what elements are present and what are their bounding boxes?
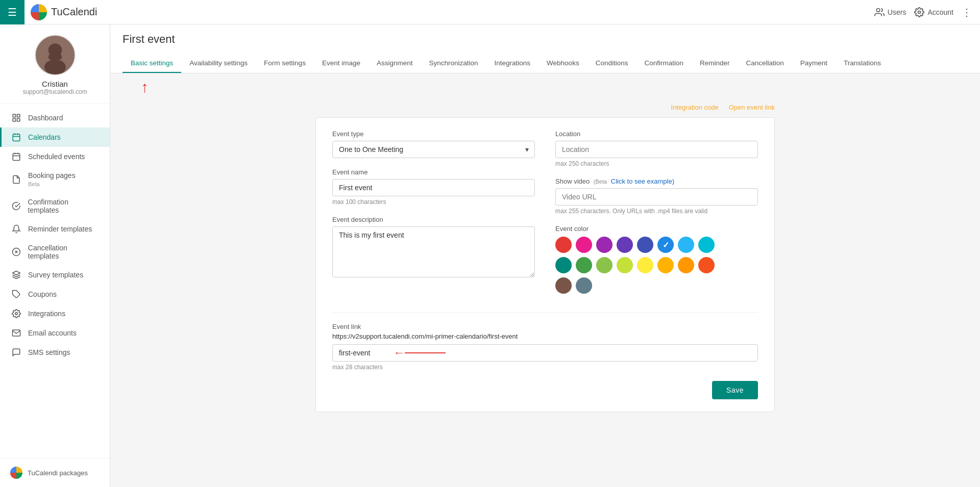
sidebar-nav: Dashboard Calendars Scheduled events Boo…	[0, 104, 110, 458]
tab-confirmation[interactable]: Confirmation	[636, 54, 692, 73]
event-link-hint: max 28 characters	[332, 364, 758, 371]
location-input[interactable]	[555, 141, 758, 158]
tab-reminder[interactable]: Reminder	[692, 54, 738, 73]
avatar-image	[36, 35, 75, 75]
color-swatch-cyan[interactable]	[698, 237, 715, 253]
color-row-3	[555, 277, 758, 294]
color-swatch-green[interactable]	[576, 257, 592, 273]
users-button[interactable]: Users	[874, 7, 906, 17]
event-description-label: Event description	[332, 216, 535, 223]
color-swatch-blue-grey[interactable]	[576, 277, 592, 294]
show-video-example-link[interactable]: Click to see example)	[611, 177, 674, 185]
integration-code-link[interactable]: Integration code	[671, 104, 719, 111]
event-link-label: Event link	[332, 323, 758, 330]
event-type-select[interactable]: One to One Meeting Group Meeting Round R…	[332, 141, 535, 158]
sidebar-item-coupons[interactable]: Coupons	[0, 285, 110, 304]
sidebar: Cristian support@tucalendi.com Dashboard…	[0, 24, 110, 487]
tab-translations[interactable]: Translations	[836, 54, 889, 73]
event-description-textarea[interactable]: This is my first event	[332, 226, 535, 277]
hamburger-button[interactable]: ☰	[0, 0, 24, 24]
color-swatch-brown[interactable]	[555, 277, 572, 294]
show-video-group: Show video (Beta Click to see example) m…	[555, 177, 758, 215]
account-button[interactable]: Account	[914, 7, 953, 17]
tab-payment[interactable]: Payment	[792, 54, 836, 73]
sidebar-item-label: SMS settings	[28, 348, 70, 356]
color-swatch-orange[interactable]	[678, 257, 694, 273]
show-video-label: Show video	[555, 177, 590, 185]
color-swatch-yellow[interactable]	[637, 257, 653, 273]
video-url-input[interactable]	[555, 188, 758, 206]
event-name-label: Event name	[332, 168, 535, 176]
sidebar-footer[interactable]: TuCalendi packages	[0, 458, 110, 487]
color-swatch-amber[interactable]	[657, 257, 674, 273]
users-icon	[874, 7, 885, 17]
color-swatch-pink[interactable]	[576, 237, 592, 253]
show-video-beta: (Beta	[594, 178, 607, 185]
color-swatch-green-light[interactable]	[596, 257, 612, 273]
svg-rect-6	[13, 114, 15, 117]
svg-point-1	[918, 11, 921, 13]
sidebar-item-label: Coupons	[28, 290, 57, 298]
more-icon[interactable]: ⋮	[962, 6, 972, 18]
gear-icon	[914, 7, 924, 17]
event-name-group: Event name max 100 characters	[332, 168, 535, 206]
sidebar-item-label: Survey templates	[28, 271, 83, 279]
sidebar-item-dashboard[interactable]: Dashboard	[0, 108, 110, 127]
sidebar-item-label: Email accounts	[28, 329, 77, 337]
event-name-input[interactable]	[332, 179, 535, 196]
sidebar-item-reminder-templates[interactable]: Reminder templates	[0, 219, 110, 239]
color-swatch-teal[interactable]	[555, 257, 572, 273]
location-label: Location	[555, 130, 758, 138]
main-content: First event Basic settings Availability …	[110, 24, 980, 487]
sidebar-username: Cristian	[42, 80, 68, 88]
video-url-hint: max 255 characters. Only URLs with .mp4 …	[555, 208, 758, 215]
color-swatch-indigo[interactable]	[637, 237, 653, 253]
event-name-hint: max 100 characters	[332, 198, 535, 206]
tab-cancellation[interactable]: Cancellation	[738, 54, 792, 73]
svg-rect-5	[48, 54, 62, 60]
color-swatch-purple-light[interactable]	[596, 237, 612, 253]
form-col-left: Event type One to One Meeting Group Meet…	[332, 130, 535, 304]
color-swatch-lime[interactable]	[617, 257, 633, 273]
sidebar-item-label: Confirmation templates	[28, 198, 100, 214]
color-swatch-blue-light[interactable]	[678, 237, 694, 253]
sidebar-item-label: Booking pagesBeta	[28, 171, 76, 188]
open-event-link[interactable]: Open event link	[729, 104, 775, 111]
color-swatch-blue-selected[interactable]: ✓	[657, 237, 674, 253]
sidebar-item-booking-pages[interactable]: Booking pagesBeta	[0, 166, 110, 193]
sidebar-item-integrations[interactable]: Integrations	[0, 304, 110, 323]
message-circle-icon	[12, 348, 21, 357]
svg-rect-9	[17, 119, 20, 121]
logo-text: TuCalendi	[51, 6, 97, 18]
svg-point-0	[876, 8, 880, 12]
tab-synchronization[interactable]: Synchronization	[421, 54, 486, 73]
event-type-group: Event type One to One Meeting Group Meet…	[332, 130, 535, 158]
sidebar-item-scheduled-events[interactable]: Scheduled events	[0, 147, 110, 166]
color-swatch-deep-orange[interactable]	[698, 257, 715, 273]
avatar	[35, 35, 76, 75]
sidebar-item-sms-settings[interactable]: SMS settings	[0, 343, 110, 362]
sidebar-item-cancellation-templates[interactable]: Cancellation templates	[0, 239, 110, 265]
page-title: First event	[122, 33, 968, 46]
layers-icon	[12, 270, 21, 279]
tab-conditions[interactable]: Conditions	[587, 54, 636, 73]
tab-availability-settings[interactable]: Availability settings	[181, 54, 256, 73]
color-swatch-purple[interactable]	[617, 237, 633, 253]
save-button[interactable]: Save	[712, 381, 758, 399]
sidebar-item-survey-templates[interactable]: Survey templates	[0, 265, 110, 285]
form-two-col: Event type One to One Meeting Group Meet…	[332, 130, 758, 304]
save-row: Save	[332, 381, 758, 399]
tab-assignment[interactable]: Assignment	[369, 54, 421, 73]
tab-webhooks[interactable]: Webhooks	[538, 54, 587, 73]
sidebar-item-email-accounts[interactable]: Email accounts	[0, 323, 110, 343]
account-label: Account	[927, 8, 953, 16]
x-circle-icon	[12, 247, 21, 257]
sidebar-item-calendars[interactable]: Calendars	[0, 127, 110, 147]
tab-event-image[interactable]: Event image	[314, 54, 369, 73]
tab-basic-settings[interactable]: Basic settings	[122, 54, 181, 73]
color-swatch-red[interactable]	[555, 237, 572, 253]
tab-form-settings[interactable]: Form settings	[256, 54, 314, 73]
sidebar-item-confirmation-templates[interactable]: Confirmation templates	[0, 193, 110, 219]
sidebar-item-label: Dashboard	[28, 114, 63, 122]
tab-integrations[interactable]: Integrations	[486, 54, 539, 73]
